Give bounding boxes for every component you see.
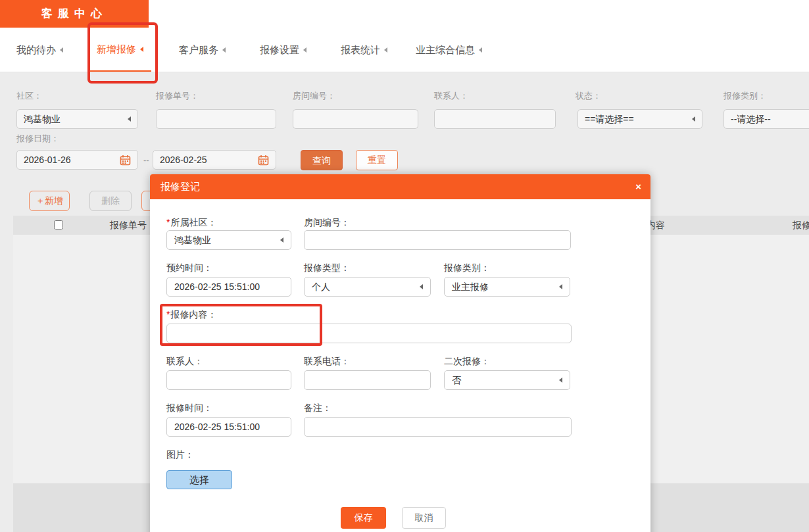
choose-file-button[interactable]: 选择 [166, 470, 232, 489]
app-title: 客服中心 [0, 0, 149, 28]
delete-button[interactable]: 删除 [89, 191, 132, 211]
nav-label: 新增报修 [97, 27, 136, 71]
nav-item-repair-settings[interactable]: 报修设置 [260, 28, 306, 72]
status-select-value: ==请选择== [585, 110, 634, 128]
nav-arrow-icon [384, 47, 387, 53]
dropdown-arrow-icon [559, 377, 562, 383]
filter-label-repair-date: 报修日期： [16, 133, 59, 144]
status-select[interactable]: ==请选择== [577, 109, 702, 129]
add-button[interactable]: ＋新增 [29, 191, 70, 211]
repair-category-select[interactable]: 业主报修 [444, 277, 570, 297]
filter-label-category: 报修类别： [723, 91, 766, 101]
field-label-appointment-time: 预约时间： [166, 262, 212, 274]
required-asterisk: * [166, 217, 170, 228]
date-end-value: 2026-02-25 [160, 151, 207, 169]
main-nav: 我的待办 新增报修 客户服务 报修设置 报表统计 业主综合信息 [0, 28, 809, 72]
filter-label-order-no: 报修单号： [156, 91, 199, 101]
select-all-checkbox[interactable] [54, 220, 63, 230]
field-label-repair-category: 报修类别： [444, 262, 490, 274]
cancel-button[interactable]: 取消 [402, 507, 446, 529]
field-label-repair-time: 报修时间： [166, 402, 212, 414]
contact-input[interactable] [434, 109, 556, 129]
dropdown-arrow-icon [420, 284, 423, 289]
filter-label-status: 状态： [576, 91, 601, 101]
date-start-value: 2026-01-26 [24, 151, 71, 169]
calendar-icon[interactable] [258, 155, 269, 166]
calendar-icon[interactable] [120, 155, 131, 166]
category-select-value: --请选择-- [731, 110, 771, 128]
nav-item-my-todo[interactable]: 我的待办 [16, 28, 63, 72]
date-range-separator: -- [143, 155, 149, 165]
community-select-value: 鸿基物业 [24, 110, 61, 128]
nav-label: 报修设置 [260, 28, 299, 72]
nav-arrow-icon [303, 47, 306, 53]
reset-button[interactable]: 重置 [356, 150, 398, 170]
top-header-bar: 客服中心 [0, 0, 809, 28]
repair-time-input[interactable] [166, 417, 291, 437]
nav-arrow-icon [479, 47, 482, 53]
close-icon[interactable]: × [635, 174, 641, 199]
dropdown-arrow-icon [280, 237, 283, 243]
date-end-picker[interactable]: 2026-02-25 [153, 150, 276, 170]
required-asterisk: * [166, 309, 170, 320]
modal-contact-input[interactable] [166, 370, 291, 390]
dropdown-arrow-icon [128, 116, 131, 122]
order-no-input[interactable] [156, 109, 276, 129]
appointment-time-input[interactable] [166, 277, 291, 297]
filter-label-room-no: 房间编号： [293, 91, 335, 101]
nav-arrow-icon [140, 47, 143, 52]
nav-item-customer-service[interactable]: 客户服务 [179, 28, 226, 72]
filter-label-contact: 联系人： [434, 91, 468, 101]
dropdown-arrow-icon [559, 284, 562, 289]
table-header-order-no: 报修单号 [102, 220, 155, 231]
modal-room-input[interactable] [304, 230, 571, 250]
modal-header: 报修登记 × [150, 174, 650, 199]
repair-type-select[interactable]: 个人 [304, 277, 431, 297]
date-start-picker[interactable]: 2026-01-26 [16, 150, 138, 170]
plus-icon: ＋ [36, 195, 45, 206]
field-label-repair-type: 报修类型： [304, 262, 350, 274]
dropdown-arrow-icon [692, 116, 695, 122]
save-button[interactable]: 保存 [341, 507, 386, 529]
table-header-repair-time: 报修时间 [793, 220, 809, 231]
category-select[interactable]: --请选择-- [723, 109, 809, 129]
add-button-label: 新增 [45, 195, 63, 206]
modal-phone-input[interactable] [304, 370, 431, 390]
remark-input[interactable] [304, 417, 572, 437]
repair-registration-modal: 报修登记 × *所属社区： 房间编号： 鸿基物业 预约时间： 报修类型： 报修类… [150, 174, 650, 532]
field-label-remark: 备注： [304, 402, 331, 414]
field-label-image: 图片： [166, 449, 194, 461]
second-repair-value: 否 [452, 371, 461, 389]
nav-label: 业主综合信息 [416, 28, 475, 72]
filter-label-community: 社区： [16, 91, 42, 101]
modal-title: 报修登记 [160, 174, 200, 199]
nav-item-report-statistics[interactable]: 报表统计 [341, 28, 387, 72]
second-repair-select[interactable]: 否 [444, 370, 570, 390]
field-label-community: *所属社区： [166, 217, 216, 229]
modal-community-value: 鸿基物业 [174, 231, 211, 249]
nav-arrow-icon [222, 47, 226, 53]
repair-type-value: 个人 [312, 278, 330, 296]
field-label-phone: 联系电话： [304, 356, 350, 368]
field-label-content: *报修内容： [166, 309, 216, 321]
field-label-contact: 联系人： [166, 356, 203, 368]
nav-arrow-icon [60, 47, 63, 53]
search-button[interactable]: 查询 [301, 150, 343, 170]
nav-label: 客户服务 [179, 28, 218, 72]
nav-label: 我的待办 [16, 28, 56, 72]
repair-content-input[interactable] [166, 324, 572, 343]
community-select[interactable]: 鸿基物业 [16, 109, 138, 129]
repair-category-value: 业主报修 [452, 278, 489, 296]
field-label-second-repair: 二次报修： [444, 356, 490, 368]
nav-item-owner-info[interactable]: 业主综合信息 [416, 28, 482, 72]
room-no-input[interactable] [293, 109, 418, 129]
nav-label: 报表统计 [341, 28, 380, 72]
field-label-room: 房间编号： [304, 217, 350, 229]
modal-community-select[interactable]: 鸿基物业 [166, 230, 291, 250]
nav-item-new-repair[interactable]: 新增报修 [89, 28, 151, 72]
